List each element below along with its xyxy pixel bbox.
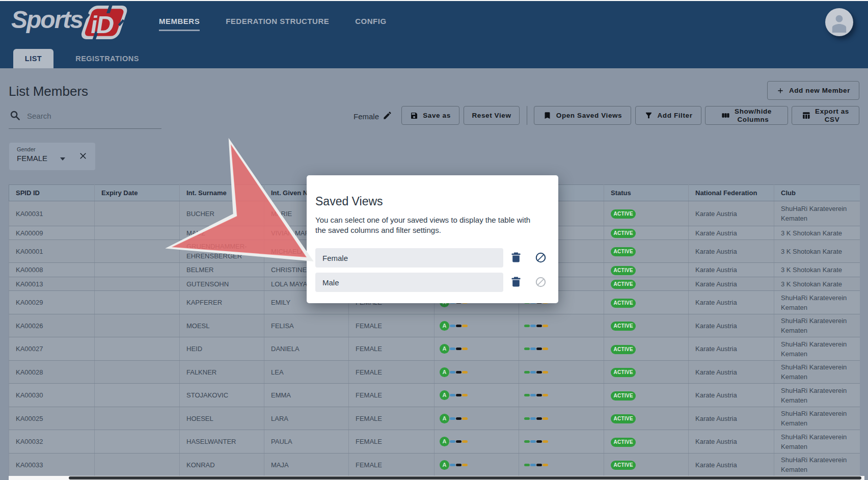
cell-expiry — [95, 263, 180, 277]
cell-given-name: PAULA — [264, 430, 349, 454]
cell-expiry — [95, 430, 180, 454]
license-dash — [524, 417, 530, 420]
open-saved-views-button[interactable]: Open Saved Views — [534, 106, 631, 125]
cell-status: ACTIVE — [604, 337, 689, 361]
cell-surname: KAPFERER — [180, 291, 264, 314]
license-dash — [536, 464, 542, 466]
saved-view-female[interactable]: Female — [315, 248, 503, 268]
cell-club: ShuHaRi Karateverein Kematen — [774, 384, 860, 407]
license-dash — [450, 325, 455, 327]
column-header-status[interactable]: Status — [604, 185, 689, 201]
horizontal-scrollbar-thumb[interactable] — [69, 476, 861, 479]
cell-license-b — [519, 337, 604, 361]
brand-emblem-icon: iD — [0, 0, 153, 49]
cell-given-name: LEA — [264, 361, 349, 384]
add-new-member-button[interactable]: Add new Member — [767, 81, 859, 100]
cell-federation: Karate Austria — [689, 201, 774, 226]
tab-registrations[interactable]: REGISTRATIONS — [77, 49, 137, 68]
nav-item-members[interactable]: MEMBERS — [159, 17, 200, 30]
save-as-button[interactable]: Save as — [401, 106, 459, 125]
nav-item-config[interactable]: CONFIG — [355, 17, 386, 30]
brand-logo[interactable]: Sports iD — [0, 0, 153, 47]
nav-item-federation-structure[interactable]: FEDERATION STRUCTURE — [226, 17, 329, 30]
export-csv-button[interactable]: Export as CSV — [792, 106, 859, 125]
button-label-line2: CSV — [825, 116, 840, 124]
cell-gender: FEMALE — [349, 337, 435, 361]
cell-federation: Karate Austria — [689, 361, 774, 384]
person-icon — [829, 12, 850, 33]
gender-filter-chip[interactable]: Gender FEMALE — [9, 143, 95, 170]
cell-spid: KA00008 — [9, 263, 95, 277]
license-dash — [530, 348, 536, 350]
cell-expiry — [95, 337, 180, 361]
show-hide-columns-button[interactable]: Show/hide Columns — [705, 106, 788, 125]
table-row-ka00030[interactable]: KA00030STOJAKOVICEMMAFEMALEAACTIVEKarate… — [9, 384, 860, 407]
column-header-national-federation[interactable]: National Federation — [689, 185, 774, 201]
table-row-ka00033[interactable]: KA00033KONRADMAJAFEMALEAACTIVEKarate Aus… — [9, 454, 860, 476]
license-dash — [542, 464, 548, 466]
license-dash — [450, 371, 455, 374]
cell-license-b — [519, 407, 604, 430]
license-dash — [450, 348, 455, 350]
cell-club: ShuHaRi Karateverein Kematen — [774, 454, 860, 476]
cell-expiry — [95, 201, 180, 226]
license-dash — [536, 440, 542, 443]
cell-federation: Karate Austria — [689, 277, 774, 291]
license-dash — [462, 348, 468, 350]
delete-view-male-icon[interactable] — [511, 277, 521, 289]
table-icon — [802, 111, 810, 120]
cell-surname: KONRAD — [180, 454, 264, 476]
reset-view-button[interactable]: Reset View — [464, 106, 520, 125]
edit-view-icon[interactable] — [383, 111, 392, 122]
cell-federation: Karate Austria — [689, 454, 774, 476]
license-dash — [524, 440, 530, 443]
status-badge: ACTIVE — [611, 322, 636, 331]
button-label: Save as — [423, 112, 451, 119]
tab-list[interactable]: LIST — [13, 49, 53, 68]
cell-club: ShuHaRi Karateverein Kematen — [774, 291, 860, 314]
column-header-spid-id[interactable]: SPID ID — [9, 185, 95, 201]
license-dash — [536, 325, 542, 327]
table-row-ka00027[interactable]: KA00027HEIDDANIELAFEMALEAACTIVEKarate Au… — [9, 337, 860, 361]
table-row-ka00026[interactable]: KA00026MOESLFELISAFEMALEAACTIVEKarate Au… — [9, 314, 860, 337]
cell-gender: FEMALE — [349, 454, 435, 476]
column-header-int-surname[interactable]: Int. Surname — [180, 185, 264, 201]
license-dash — [450, 464, 455, 466]
table-row-ka00028[interactable]: KA00028FALKNERLEAFEMALEAACTIVEKarate Aus… — [9, 361, 860, 384]
user-avatar[interactable] — [825, 8, 853, 36]
cell-surname: BELMER — [180, 263, 264, 277]
column-header-expiry-date[interactable]: Expiry Date — [95, 185, 180, 201]
table-row-ka00025[interactable]: KA00025HOESELLARAFEMALEAACTIVEKarate Aus… — [9, 407, 860, 430]
license-dash — [524, 464, 530, 466]
horizontal-scrollbar-track[interactable] — [9, 476, 864, 480]
status-badge: ACTIVE — [611, 345, 636, 354]
modal-description: You can select one of your saved views t… — [315, 215, 542, 235]
cell-surname: HEID — [180, 337, 264, 361]
license-dash — [542, 417, 548, 420]
button-label-line1: Export as — [815, 108, 849, 116]
chip-value: FEMALE — [17, 154, 47, 163]
top-navigation-bar: Sports iD MEM — [0, 0, 868, 68]
plus-icon — [776, 87, 784, 95]
button-label: Add new Member — [789, 87, 850, 94]
cell-federation: Karate Austria — [689, 263, 774, 277]
delete-view-female-icon[interactable] — [511, 252, 521, 264]
table-row-ka00032[interactable]: KA00032HASELWANTERPAULAFEMALEAACTIVEKara… — [9, 430, 860, 454]
chevron-down-icon[interactable] — [60, 157, 65, 161]
search-input[interactable]: Search — [27, 112, 51, 120]
saved-view-male[interactable]: Male — [315, 273, 503, 292]
block-view-female-icon[interactable] — [535, 252, 546, 265]
license-dash — [542, 440, 548, 443]
cell-status: ACTIVE — [604, 201, 689, 226]
bookmark-icon — [543, 111, 552, 120]
cell-spid: KA00031 — [9, 201, 95, 226]
cell-surname: GRUENDHAMMER-EHRENSBERGER — [180, 240, 264, 263]
columns-icon — [721, 111, 730, 120]
cell-license-a: A — [435, 384, 519, 407]
cell-federation: Karate Austria — [689, 384, 774, 407]
add-filter-button[interactable]: Add Filter — [635, 106, 701, 125]
license-dash — [456, 417, 462, 420]
column-header-club[interactable]: Club — [774, 185, 860, 201]
license-circle-a: A — [440, 344, 449, 354]
chip-close-icon[interactable] — [78, 151, 88, 163]
